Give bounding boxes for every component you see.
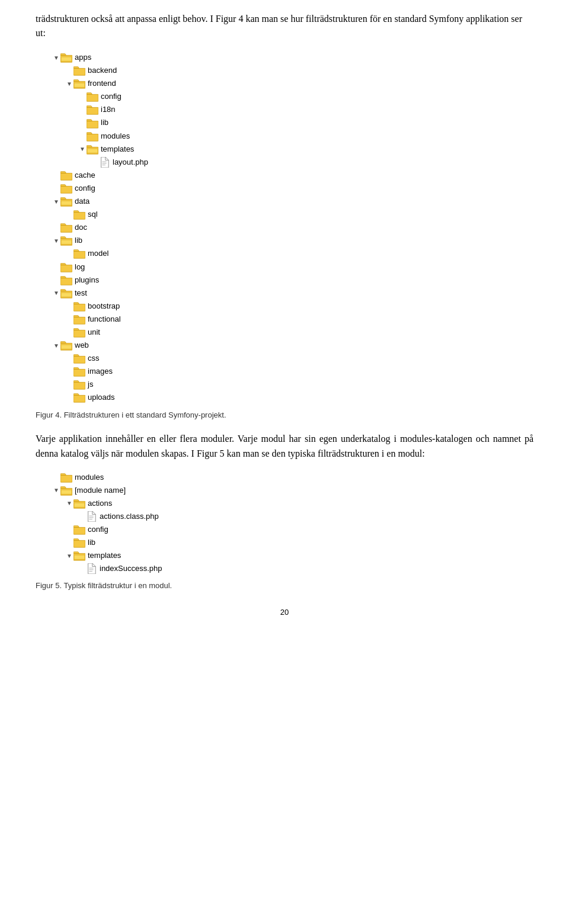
svg-rect-17: [61, 201, 72, 205]
tree-item: ▼ test: [53, 287, 533, 300]
svg-rect-1: [61, 57, 72, 61]
figure5-caption: Figur 5. Typisk filträdstruktur i en mod…: [36, 581, 533, 590]
tree-item-label: images: [88, 365, 113, 378]
tree-item: ▼ [module name]: [53, 484, 533, 497]
tree-item: sql: [66, 208, 533, 221]
tree-item-label: apps: [75, 51, 91, 64]
triangle-down-icon: ▼: [53, 53, 60, 63]
svg-rect-8: [87, 134, 98, 141]
triangle-down-icon: ▼: [66, 79, 73, 89]
svg-rect-4: [74, 83, 85, 87]
triangle-down-icon: ▼: [66, 498, 73, 508]
svg-rect-7: [87, 121, 98, 128]
triangle-down-icon: ▼: [53, 197, 60, 207]
svg-rect-27: [73, 304, 85, 311]
tree-item: uploads: [66, 391, 533, 404]
tree-item: ▼ web: [53, 339, 533, 352]
figure5-tree: modules▼ [module name]▼ actions actions.…: [53, 471, 533, 576]
tree-item-label: modules: [75, 471, 104, 484]
intro-paragraph: trädstrukturen också att anpassa enligt …: [36, 12, 533, 40]
tree-item-label: config: [88, 523, 108, 536]
svg-rect-21: [61, 240, 72, 244]
tree-item-label: indexSuccess.php: [100, 562, 162, 575]
svg-rect-40: [74, 503, 85, 507]
tree-item: layout.php: [92, 156, 533, 169]
svg-rect-31: [61, 345, 72, 349]
svg-rect-24: [60, 278, 72, 285]
svg-rect-23: [60, 265, 72, 272]
tree-item-label: doc: [75, 221, 87, 234]
triangle-down-icon: ▼: [66, 551, 73, 561]
tree-item-label: cache: [75, 169, 95, 182]
tree-item-label: web: [75, 339, 89, 352]
svg-rect-6: [87, 108, 98, 115]
figure4-caption: Figur 4. Filträdstrukturen i ett standar…: [36, 410, 533, 419]
tree-item: indexSuccess.php: [79, 562, 533, 575]
tree-item-label: frontend: [88, 77, 116, 90]
tree-item: ▼ actions: [66, 497, 533, 510]
tree-item-label: lib: [88, 536, 95, 549]
triangle-down-icon: ▼: [53, 288, 60, 298]
tree-item: model: [66, 247, 533, 260]
tree-item-label: config: [75, 182, 95, 195]
svg-rect-35: [73, 396, 85, 403]
svg-rect-26: [61, 293, 72, 297]
svg-rect-33: [73, 370, 85, 377]
tree-item: functional: [66, 313, 533, 326]
tree-item-label: model: [88, 247, 108, 260]
tree-item-label: data: [75, 195, 89, 208]
tree-item-label: templates: [88, 549, 121, 562]
tree-item: images: [66, 365, 533, 378]
tree-item: cache: [53, 169, 533, 182]
tree-item-label: modules: [101, 130, 130, 143]
tree-item-label: sql: [88, 208, 98, 221]
svg-rect-38: [61, 490, 72, 494]
tree-item-label: [module name]: [75, 484, 126, 497]
svg-rect-28: [73, 317, 85, 324]
tree-item: css: [66, 352, 533, 365]
tree-item-label: layout.php: [113, 156, 148, 169]
svg-rect-32: [73, 357, 85, 364]
tree-item-label: test: [75, 287, 87, 300]
tree-item-label: functional: [88, 313, 121, 326]
tree-item-label: lib: [75, 234, 82, 247]
tree-item: doc: [53, 221, 533, 234]
tree-item: actions.class.php: [79, 510, 533, 523]
triangle-down-icon: ▼: [53, 236, 60, 246]
svg-rect-22: [73, 252, 85, 259]
svg-rect-19: [60, 226, 72, 233]
tree-item: ▼ data: [53, 195, 533, 208]
svg-rect-44: [73, 528, 85, 535]
figure4-tree: ▼ apps backend▼ frontend config i18n lib…: [53, 51, 533, 405]
svg-rect-36: [60, 475, 72, 482]
tree-item: ▼ templates: [79, 143, 533, 156]
tree-item: lib: [66, 536, 533, 549]
tree-item: log: [53, 261, 533, 274]
tree-item: plugins: [53, 274, 533, 287]
tree-item: i18n: [79, 103, 533, 116]
tree-item: modules: [53, 471, 533, 484]
tree-item: config: [53, 182, 533, 195]
body-paragraph: Varje applikation innehåller en eller fl…: [36, 431, 533, 461]
svg-rect-34: [73, 383, 85, 390]
svg-rect-14: [60, 173, 72, 180]
tree-item: config: [66, 523, 533, 536]
tree-item-label: templates: [101, 143, 134, 156]
tree-item-label: backend: [88, 64, 117, 77]
tree-item-label: bootstrap: [88, 300, 120, 313]
tree-item: js: [66, 378, 533, 391]
svg-rect-45: [73, 541, 85, 548]
svg-rect-47: [74, 555, 85, 559]
tree-item-label: log: [75, 261, 85, 274]
tree-item-label: actions: [88, 497, 112, 510]
svg-rect-18: [73, 213, 85, 220]
tree-item-label: actions.class.php: [100, 510, 159, 523]
tree-item: lib: [79, 116, 533, 129]
svg-rect-10: [87, 149, 98, 153]
tree-item: bootstrap: [66, 300, 533, 313]
tree-item-label: i18n: [101, 103, 116, 116]
tree-item: modules: [79, 130, 533, 143]
tree-item: ▼ lib: [53, 234, 533, 247]
svg-rect-2: [73, 69, 85, 76]
tree-item: ▼ templates: [66, 549, 533, 562]
